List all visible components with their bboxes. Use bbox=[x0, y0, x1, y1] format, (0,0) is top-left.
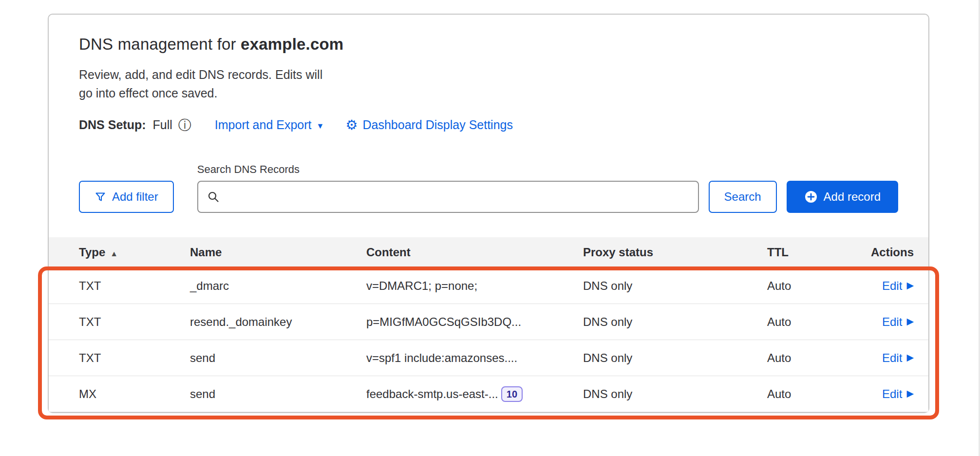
table-row: MX send feedback-smtp.us-east-...10 DNS … bbox=[49, 376, 928, 412]
cell-type: TXT bbox=[79, 351, 190, 365]
info-icon[interactable]: ⓘ bbox=[178, 119, 191, 132]
chevron-down-icon: ▼ bbox=[317, 122, 324, 131]
search-label: Search DNS Records bbox=[197, 163, 699, 176]
import-export-link[interactable]: Import and Export ▼ bbox=[215, 118, 324, 132]
edit-record-button[interactable]: Edit▶ bbox=[882, 279, 914, 293]
column-header-type[interactable]: Type▲ bbox=[79, 246, 190, 259]
cell-proxy-status: DNS only bbox=[583, 351, 767, 365]
cell-ttl: Auto bbox=[767, 387, 860, 401]
cell-content: v=DMARC1; p=none; bbox=[366, 279, 583, 293]
cell-proxy-status: DNS only bbox=[583, 279, 767, 293]
add-record-label: Add record bbox=[824, 190, 881, 204]
dashboard-display-settings-link[interactable]: ⚙ Dashboard Display Settings bbox=[345, 118, 513, 132]
gear-icon: ⚙ bbox=[345, 118, 358, 132]
table-row: TXT _dmarc v=DMARC1; p=none; DNS only Au… bbox=[49, 268, 928, 304]
edit-arrow-icon: ▶ bbox=[906, 280, 914, 291]
edit-label: Edit bbox=[882, 387, 902, 401]
table-header-row: Type▲ Name Content Proxy status TTL Acti… bbox=[49, 237, 928, 268]
search-toolbar: Add filter Search DNS Records Search bbox=[79, 163, 898, 213]
edit-record-button[interactable]: Edit▶ bbox=[882, 387, 914, 401]
table-body: TXT _dmarc v=DMARC1; p=none; DNS only Au… bbox=[49, 268, 928, 412]
edit-label: Edit bbox=[882, 315, 902, 329]
cell-ttl: Auto bbox=[767, 279, 860, 293]
table-row: TXT send v=spf1 include:amazonses.... DN… bbox=[49, 340, 928, 376]
cell-name: resend._domainkey bbox=[190, 315, 366, 329]
column-header-ttl[interactable]: TTL bbox=[767, 246, 860, 259]
cell-type: MX bbox=[79, 387, 190, 401]
dns-setup-label: DNS Setup: bbox=[79, 118, 146, 132]
table-row: TXT resend._domainkey p=MIGfMA0GCSqGSIb3… bbox=[49, 304, 928, 340]
plus-circle-icon bbox=[804, 190, 818, 204]
filter-funnel-icon bbox=[94, 191, 106, 203]
edit-arrow-icon: ▶ bbox=[906, 316, 914, 327]
dns-management-card: DNS management for example.com Review, a… bbox=[48, 14, 929, 413]
page-subtitle-line2: go into effect once saved. bbox=[79, 84, 898, 102]
cell-ttl: Auto bbox=[767, 315, 860, 329]
cell-ttl: Auto bbox=[767, 351, 860, 365]
page-title: DNS management for example.com bbox=[79, 35, 898, 54]
cell-name: _dmarc bbox=[190, 279, 366, 293]
dns-setup-value: Full bbox=[153, 118, 172, 132]
cell-type: TXT bbox=[79, 279, 190, 293]
column-header-content[interactable]: Content bbox=[366, 246, 583, 259]
cell-proxy-status: DNS only bbox=[583, 315, 767, 329]
edit-arrow-icon: ▶ bbox=[906, 388, 914, 399]
search-button-label: Search bbox=[724, 190, 761, 204]
edit-label: Edit bbox=[882, 351, 902, 365]
add-record-button[interactable]: Add record bbox=[787, 181, 898, 213]
page-subtitle: Review, add, and edit DNS records. Edits… bbox=[79, 65, 898, 102]
cell-type: TXT bbox=[79, 315, 190, 329]
sort-ascending-icon[interactable]: ▲ bbox=[110, 249, 118, 258]
cell-content-text: feedback-smtp.us-east-... bbox=[366, 387, 498, 401]
page-title-prefix: DNS management for bbox=[79, 35, 241, 53]
search-button[interactable]: Search bbox=[709, 181, 777, 213]
column-header-name[interactable]: Name bbox=[190, 246, 366, 259]
edit-record-button[interactable]: Edit▶ bbox=[882, 315, 914, 329]
edit-record-button[interactable]: Edit▶ bbox=[882, 351, 914, 365]
cell-content: feedback-smtp.us-east-...10 bbox=[366, 386, 583, 402]
cell-content: v=spf1 include:amazonses.... bbox=[366, 351, 583, 365]
add-filter-label: Add filter bbox=[112, 190, 158, 204]
search-icon bbox=[207, 190, 220, 203]
edit-label: Edit bbox=[882, 279, 902, 293]
cell-name: send bbox=[190, 351, 366, 365]
search-input[interactable] bbox=[226, 182, 689, 212]
column-header-actions: Actions bbox=[860, 246, 914, 259]
dashboard-display-settings-label: Dashboard Display Settings bbox=[362, 118, 513, 132]
add-filter-button[interactable]: Add filter bbox=[79, 181, 174, 213]
column-header-proxy-status[interactable]: Proxy status bbox=[583, 246, 767, 259]
dns-setup-row: DNS Setup: Full ⓘ Import and Export ▼ ⚙ … bbox=[79, 118, 898, 132]
cell-proxy-status: DNS only bbox=[583, 387, 767, 401]
cell-content: p=MIGfMA0GCSqGSIb3DQ... bbox=[366, 315, 583, 329]
import-export-label: Import and Export bbox=[215, 118, 312, 132]
mx-priority-badge: 10 bbox=[501, 386, 523, 402]
page-title-domain: example.com bbox=[241, 35, 343, 53]
search-box[interactable] bbox=[197, 181, 699, 213]
edit-arrow-icon: ▶ bbox=[906, 352, 914, 363]
search-group: Search DNS Records bbox=[197, 163, 699, 213]
page-subtitle-line1: Review, add, and edit DNS records. Edits… bbox=[79, 65, 898, 84]
dns-records-table: Type▲ Name Content Proxy status TTL Acti… bbox=[49, 237, 928, 412]
cell-name: send bbox=[190, 387, 366, 401]
